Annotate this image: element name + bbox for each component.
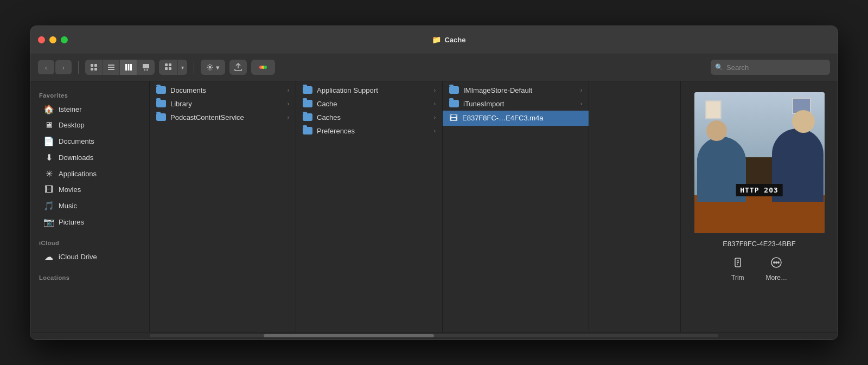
music-icon: 🎵 xyxy=(43,201,54,211)
col-item-label: Application Support xyxy=(317,86,378,94)
view-icon-button[interactable] xyxy=(85,60,103,75)
view-list-button[interactable] xyxy=(103,60,120,75)
svg-rect-13 xyxy=(165,63,168,66)
forward-button[interactable]: › xyxy=(55,60,72,74)
sidebar-item-label: Downloads xyxy=(59,153,136,162)
pictures-icon: 📷 xyxy=(43,217,54,227)
folder-icon xyxy=(303,127,312,135)
svg-rect-6 xyxy=(108,69,114,70)
col-item-label: E837F8FC-…E4FC3.m4a xyxy=(462,114,544,122)
scrollbar-track[interactable] xyxy=(150,334,718,337)
window-title: Cache xyxy=(444,36,465,44)
sidebar-item-label: tsteiner xyxy=(59,105,136,113)
tag-button[interactable] xyxy=(251,60,275,75)
search-input[interactable] xyxy=(726,63,826,72)
sidebar-item-icloud[interactable]: ☁ iCloud Drive xyxy=(35,249,145,265)
svg-point-28 xyxy=(778,261,779,262)
chevron-right-icon: › xyxy=(434,101,436,107)
icloud-icon: ☁ xyxy=(43,252,54,262)
svg-rect-8 xyxy=(127,64,129,71)
column-1: Documents › Library › PodcastContentServ… xyxy=(150,81,296,332)
col1-library[interactable]: Library › xyxy=(150,97,296,111)
svg-rect-5 xyxy=(108,67,114,68)
chevron-right-icon: › xyxy=(580,87,582,93)
trim-button[interactable]: Trim xyxy=(731,257,744,281)
col-item-label: PodcastContentService xyxy=(170,113,244,121)
col2-preferences[interactable]: Preferences › xyxy=(296,124,442,138)
svg-rect-0 xyxy=(91,64,93,67)
preview-panel: HTTP 203 E837F8FC-4E23-4BBF Trim xyxy=(680,81,838,332)
col2-cache[interactable]: Cache › xyxy=(296,97,442,111)
more-icon xyxy=(770,257,782,272)
back-button[interactable]: ‹ xyxy=(38,60,54,74)
view-options-arrow[interactable]: ▾ xyxy=(178,60,187,75)
sidebar-item-label: Movies xyxy=(59,185,136,194)
preview-image: HTTP 203 xyxy=(694,92,825,233)
col2-app-support[interactable]: Application Support › xyxy=(296,84,442,97)
content-area: Favorites 🏠 tsteiner 🖥 Desktop 📄 Documen… xyxy=(30,81,838,332)
col1-documents[interactable]: Documents › xyxy=(150,84,296,97)
toolbar-separator-2 xyxy=(194,61,194,74)
folder-icon xyxy=(156,100,166,107)
view-gallery-button[interactable] xyxy=(137,60,155,75)
toolbar-separator-1 xyxy=(78,61,79,74)
col-item-label: Documents xyxy=(170,86,206,94)
settings-button[interactable]: ▾ xyxy=(201,60,225,75)
sidebar-item-documents[interactable]: 📄 Documents xyxy=(35,133,145,149)
icloud-label: iCloud xyxy=(30,235,149,248)
svg-rect-4 xyxy=(108,65,114,66)
sidebar-item-downloads[interactable]: ⬇ Downloads xyxy=(35,150,145,165)
folder-icon xyxy=(449,86,459,94)
sidebar-item-music[interactable]: 🎵 Music xyxy=(35,198,145,214)
minimize-button[interactable] xyxy=(49,36,56,43)
svg-rect-20 xyxy=(264,66,267,69)
column-2: Application Support › Cache › Caches xyxy=(296,81,443,332)
svg-point-27 xyxy=(776,261,777,262)
window-title-area: 📁 Cache xyxy=(68,35,830,44)
desktop-icon: 🖥 xyxy=(43,120,54,130)
svg-rect-10 xyxy=(143,64,149,68)
folder-icon xyxy=(449,100,459,107)
settings-arrow: ▾ xyxy=(216,63,220,72)
col2-caches[interactable]: Caches › xyxy=(296,111,442,124)
col1-podcast[interactable]: PodcastContentService › xyxy=(150,111,296,124)
col3-itunesimport[interactable]: iTunesImport › xyxy=(443,97,589,111)
search-icon: 🔍 xyxy=(715,63,723,71)
svg-rect-2 xyxy=(91,68,93,71)
svg-rect-3 xyxy=(94,68,97,71)
col3-imimage[interactable]: IMImageStore-Default › xyxy=(443,84,589,97)
locations-label: Locations xyxy=(30,270,149,283)
sidebar-item-label: Documents xyxy=(59,137,136,145)
share-button[interactable] xyxy=(229,60,247,75)
applications-icon: ✳ xyxy=(43,169,54,179)
sidebar-item-applications[interactable]: ✳ Applications xyxy=(35,166,145,182)
col3-e837[interactable]: 🎞 E837F8FC-…E4FC3.m4a xyxy=(443,111,589,126)
scrollbar-thumb[interactable] xyxy=(264,334,434,337)
sidebar-item-movies[interactable]: 🎞 Movies xyxy=(35,182,145,197)
svg-rect-12 xyxy=(146,69,148,71)
titlebar: 📁 Cache xyxy=(30,26,838,54)
scrollbar-area xyxy=(30,332,838,340)
sidebar-item-tsteiner[interactable]: 🏠 tsteiner xyxy=(35,101,145,117)
chevron-right-icon: › xyxy=(434,87,436,93)
finder-window: 📁 Cache ‹ › xyxy=(30,25,838,340)
close-button[interactable] xyxy=(38,36,45,43)
svg-rect-1 xyxy=(94,64,97,67)
col-item-label: iTunesImport xyxy=(463,100,504,108)
folder-icon xyxy=(156,86,166,94)
chevron-right-icon: › xyxy=(434,128,436,134)
media-file-icon: 🎞 xyxy=(449,113,458,123)
downloads-icon: ⬇ xyxy=(43,152,54,163)
sidebar-item-desktop[interactable]: 🖥 Desktop xyxy=(35,118,145,133)
view-options-button[interactable]: ▾ xyxy=(159,60,187,75)
chevron-right-icon: › xyxy=(580,101,582,107)
view-column-button[interactable] xyxy=(120,60,137,75)
folder-icon xyxy=(156,113,166,121)
sidebar-item-label: Pictures xyxy=(59,218,136,226)
maximize-button[interactable] xyxy=(61,36,68,43)
more-button[interactable]: More… xyxy=(766,257,787,281)
sidebar-item-pictures[interactable]: 📷 Pictures xyxy=(35,214,145,230)
preview-actions: Trim More… xyxy=(731,257,787,281)
nav-buttons: ‹ › xyxy=(38,60,72,74)
view-options-main[interactable] xyxy=(159,60,178,75)
